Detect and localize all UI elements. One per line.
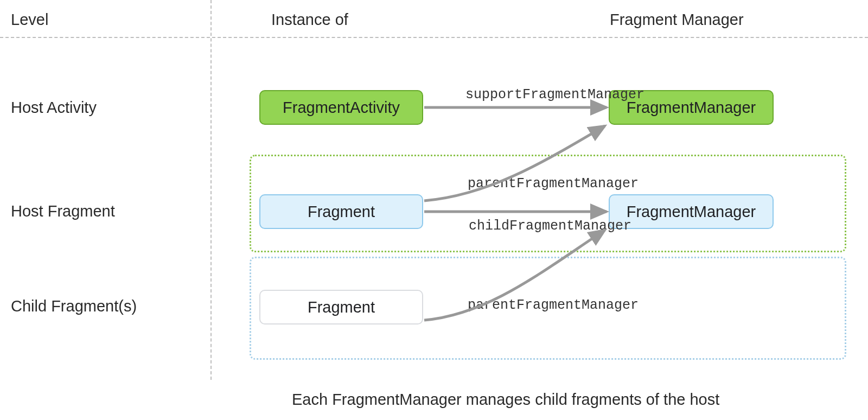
header-divider bbox=[0, 37, 868, 38]
diagram-caption: Each FragmentManager manages child fragm… bbox=[292, 391, 719, 409]
edge-parent-fragment-manager-child: parentFragmentManager bbox=[468, 297, 639, 313]
column-divider bbox=[210, 0, 212, 380]
header-instance-of: Instance of bbox=[271, 11, 348, 29]
header-fragment-manager: Fragment Manager bbox=[610, 11, 744, 29]
edge-support-fragment-manager: supportFragmentManager bbox=[465, 87, 644, 103]
row-host-activity: Host Activity bbox=[11, 99, 97, 117]
node-fragment-child: Fragment bbox=[259, 290, 423, 324]
row-host-fragment: Host Fragment bbox=[11, 202, 115, 220]
row-child-fragments: Child Fragment(s) bbox=[11, 297, 137, 315]
header-level: Level bbox=[11, 11, 48, 29]
edge-parent-fragment-manager-host: parentFragmentManager bbox=[468, 176, 639, 192]
node-fragment-manager-host: FragmentManager bbox=[609, 194, 774, 229]
diagram-stage: Level Instance of Fragment Manager Host … bbox=[0, 0, 868, 420]
edge-child-fragment-manager: childFragmentManager bbox=[469, 218, 631, 234]
node-fragment-activity: FragmentActivity bbox=[259, 90, 423, 125]
node-fragment-host: Fragment bbox=[259, 194, 423, 229]
